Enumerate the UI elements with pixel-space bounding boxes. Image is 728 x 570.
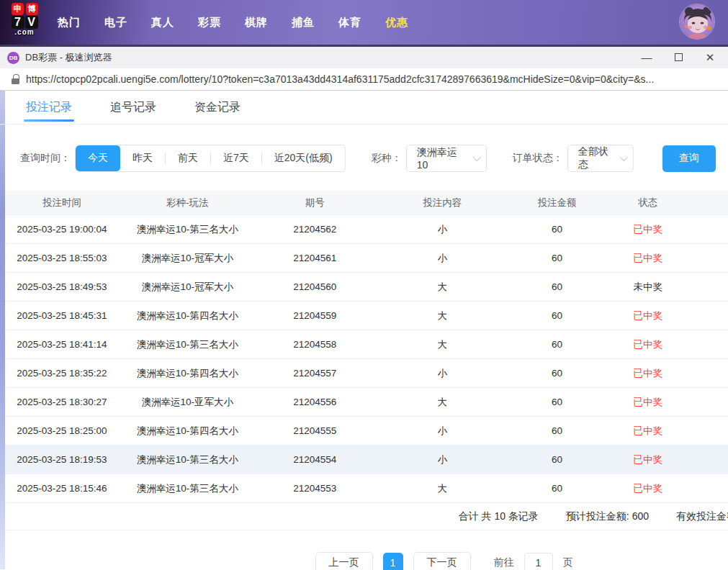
site-logo[interactable]: 申 博 7 V .com [6,3,43,36]
cell-bet-amount: 60 [506,454,608,465]
filter-bar: 查询时间： 今天 昨天 前天 近7天 近20天(低频) 彩种： 澳洲幸运10 订… [0,125,728,186]
logo-7: 7 [12,16,24,29]
url-text[interactable]: https://ctopcp02pcali.uengi5e.com/lotter… [26,73,719,85]
cell-bet-content: 小 [379,252,506,265]
cell-issue: 21204556 [251,397,379,407]
order-status-select[interactable]: 全部状态 [567,145,634,172]
record-tabs: 投注记录 追号记录 资金记录 [0,91,728,125]
browser-app-icon: DB [7,52,19,64]
table-row: 2025-03-25 18:15:46 澳洲幸运10-第三名大小 2120455… [0,474,728,503]
chevron-down-icon [619,153,627,161]
summary-valid: 有效投注金额 [676,510,728,523]
cell-bet-time: 2025-03-25 18:45:31 [0,310,124,321]
summary-expected: 预计投注金额: 600 [566,510,649,523]
table-body: 2025-03-25 19:00:04 澳洲幸运10-第三名大小 2120456… [0,215,728,503]
nav-item-lottery[interactable]: 彩票 [198,16,221,30]
cell-bet-amount: 60 [506,253,608,263]
time-option-last7days[interactable]: 近7天 [211,145,261,171]
time-option-today[interactable]: 今天 [76,145,120,171]
cell-bet-time: 2025-03-25 18:35:22 [0,368,124,379]
minimize-button[interactable]: — [640,51,653,64]
cell-issue: 21204557 [251,368,379,379]
cell-bet-time: 2025-03-25 18:30:27 [0,397,124,407]
cell-status: 未中奖 [608,281,688,294]
cell-bet-amount: 60 [506,281,608,292]
nav-item-promo[interactable]: 优惠 [385,16,408,30]
next-page-button[interactable]: 下一页 [413,552,471,570]
tab-chase-records[interactable]: 追号记录 [110,91,156,124]
nav-item-sports[interactable]: 体育 [338,16,361,30]
address-bar[interactable]: https://ctopcp02pcali.uengi5e.com/lotter… [0,68,728,91]
cell-bet-amount: 60 [506,368,608,379]
cell-issue: 21204558 [251,339,379,350]
nav-item-live[interactable]: 真人 [151,16,174,30]
cell-game-play: 澳洲幸运10-第三名大小 [124,482,251,495]
logo-v: V [25,16,38,29]
table-row: 2025-03-25 18:35:22 澳洲幸运10-第四名大小 2120455… [0,359,728,388]
cell-status: 已中奖 [608,396,688,409]
tab-fund-records[interactable]: 资金记录 [194,91,241,124]
lottery-select-value: 澳洲幸运10 [417,146,467,171]
chevron-down-icon [472,153,480,161]
table-row: 2025-03-25 19:00:04 澳洲幸运10-第三名大小 2120456… [0,215,728,244]
table-row: 2025-03-25 18:25:00 澳洲幸运10-第四名大小 2120455… [0,417,728,445]
query-button[interactable]: 查询 [662,145,716,172]
goto-page-input[interactable] [524,553,553,570]
header-bet-amount: 投注金额 [506,196,608,209]
time-option-last20days[interactable]: 近20天(低频) [262,145,345,171]
window-controls: — ✕ [640,51,721,64]
cell-bet-content: 大 [379,396,506,409]
cell-bet-amount: 60 [506,310,608,321]
summary-total: 合计 共 10 条记录 [459,510,539,523]
cell-bet-time: 2025-03-25 18:49:53 [0,281,124,292]
user-avatar[interactable] [679,4,715,40]
table-header-row: 投注时间 彩种-玩法 期号 投注内容 投注金额 状态 [0,191,728,215]
window-title: DB彩票 - 极速浏览器 [25,51,112,64]
cell-bet-content: 大 [379,338,506,351]
cell-bet-amount: 60 [506,224,608,235]
cell-bet-time: 2025-03-25 18:25:00 [0,425,124,436]
maximize-icon [675,53,683,61]
cell-status: 已中奖 [608,425,688,438]
table-row: 2025-03-25 18:41:14 澳洲幸运10-第三名大小 2120455… [0,330,728,359]
tab-bet-records[interactable]: 投注记录 [26,91,72,124]
status-select-value: 全部状态 [578,145,614,171]
cell-game-play: 澳洲幸运10-第四名大小 [124,425,251,438]
close-button[interactable]: ✕ [704,51,716,64]
cell-bet-content: 大 [379,281,506,294]
cell-bet-amount: 60 [506,397,608,407]
cell-bet-amount: 60 [506,339,608,350]
logo-7v: 7 V [6,16,43,29]
logo-com: .com [6,28,43,36]
page-unit-label: 页 [563,556,573,569]
cell-game-play: 澳洲幸运10-第四名大小 [124,309,251,322]
maximize-button[interactable] [672,51,685,64]
nav-item-chess[interactable]: 棋牌 [245,16,268,30]
cell-bet-content: 大 [379,309,506,322]
cell-issue: 21204561 [251,253,379,263]
main-nav: 热门 电子 真人 彩票 棋牌 捕鱼 体育 优惠 [0,16,408,30]
cell-issue: 21204555 [251,425,379,436]
time-option-yesterday[interactable]: 昨天 [120,145,165,171]
page-number-current[interactable]: 1 [383,553,403,570]
cell-status: 已中奖 [608,309,688,322]
cell-game-play: 澳洲幸运10-亚军大小 [124,396,251,409]
nav-item-hot[interactable]: 热门 [58,16,81,30]
nav-item-slots[interactable]: 电子 [104,16,127,30]
site-banner: 申 博 7 V .com 热门 电子 真人 彩票 棋牌 捕鱼 体育 优惠 [0,0,728,45]
logo-badge-shen: 申 [12,3,24,15]
header-game-play: 彩种-玩法 [124,196,251,209]
header-status: 状态 [608,196,688,209]
prev-page-button[interactable]: 上一页 [315,552,373,570]
summary-bar: 合计 共 10 条记录 预计投注金额: 600 有效投注金额 [0,503,728,530]
cell-bet-content: 小 [379,367,506,380]
cell-game-play: 澳洲幸运10-第三名大小 [124,453,251,466]
time-option-day-before[interactable]: 前天 [166,145,210,171]
lottery-select[interactable]: 澳洲幸运10 [406,145,487,172]
cell-issue: 21204554 [251,454,379,465]
nav-item-fishing[interactable]: 捕鱼 [292,16,315,30]
cell-bet-content: 小 [379,223,506,236]
cell-status: 已中奖 [608,453,688,466]
left-edge-strip [0,91,5,569]
table-row: 2025-03-25 18:55:03 澳洲幸运10-冠军大小 21204561… [0,244,728,273]
